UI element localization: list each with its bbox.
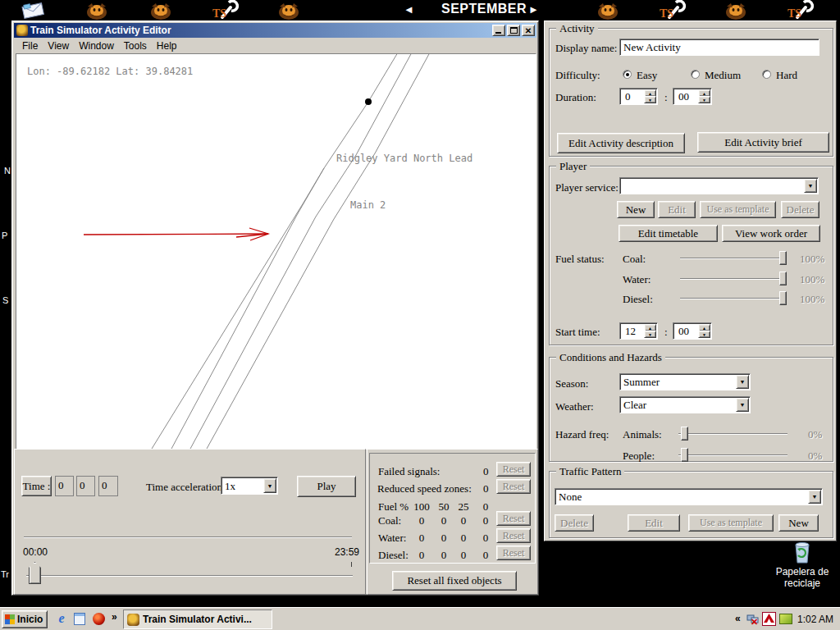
edit-activity-brief-button[interactable]: Edit Activity brief [697,132,829,153]
time-hours-box: 0 [55,476,74,496]
coal-v3: 0 [453,514,474,527]
coal-slider-track[interactable] [680,258,787,259]
title-bar[interactable]: Train Simulator Activity Editor ✕ [14,23,536,38]
reset-button[interactable]: Reset [496,511,531,526]
menu-file[interactable]: File [17,39,43,53]
chevron-down-icon[interactable]: ▼ [736,375,749,389]
animals-slider-track[interactable] [678,433,788,435]
animals-slider-thumb[interactable] [681,427,688,441]
radio-easy[interactable] [623,70,632,79]
water-v1: 0 [411,532,432,545]
season-select[interactable]: Summer ▼ [619,373,751,390]
diesel-slider-track[interactable] [680,298,787,299]
tray-collapse-chevron[interactable]: « [735,613,741,624]
diesel-slider-thumb[interactable] [779,291,787,305]
time-button[interactable]: Time : [21,476,52,496]
route-map-viewport[interactable]: Lon: -89.62182 Lat: 39.84281 Ridgley Yar… [16,53,536,450]
menu-tools[interactable]: Tools [119,39,152,53]
reset-all-fixed-objects-button[interactable]: Reset all fixed objects [392,571,517,591]
ts-wrench-icon[interactable]: TS [786,0,814,20]
traffic-delete-button[interactable]: Delete [555,514,594,532]
calendar-prev-icon[interactable]: ◄ [404,3,414,16]
radio-hard[interactable] [762,70,771,79]
people-slider-track[interactable] [678,454,788,456]
player-delete-button[interactable]: Delete [781,201,819,218]
coal-slider-label: Coal: [623,253,646,266]
traffic-pattern-select[interactable]: None ▼ [555,488,823,505]
play-button[interactable]: Play [297,476,356,497]
weather-select[interactable]: Clear ▼ [619,396,751,413]
radio-medium[interactable] [691,70,700,79]
reset-button[interactable]: Reset [496,528,531,543]
mail-icon[interactable] [74,613,85,625]
traffic-use-as-template-button[interactable]: Use as template [688,514,774,532]
spin-down-icon[interactable]: ▼ [644,96,656,103]
player-new-button[interactable]: New [617,201,655,218]
gremlin-icon[interactable] [275,1,303,21]
start-minutes-spinner[interactable]: 00 ▲ ▼ [673,322,712,340]
gremlin-icon[interactable] [722,1,750,21]
quicklaunch-overflow-chevron[interactable]: » [112,611,117,623]
ts-wrench-icon[interactable]: TS [211,0,239,20]
minimize-button[interactable] [492,25,505,36]
edit-timetable-button[interactable]: Edit timetable [619,225,718,242]
clock: 1:02 AM [797,614,833,625]
time-slider-track[interactable] [26,575,353,577]
svg-text:✕: ✕ [751,617,758,626]
time-acceleration-select[interactable]: 1x ▼ [221,477,278,495]
reset-button[interactable]: Reset [496,462,531,477]
animals-slider-label: Animals: [623,428,662,441]
antivirus-icon[interactable] [762,612,776,626]
start-time-separator: : [664,326,668,339]
chevron-down-icon[interactable]: ▼ [804,179,817,193]
display-settings-icon[interactable] [779,614,792,624]
menu-window[interactable]: Window [74,39,119,53]
player-edit-button[interactable]: Edit [658,201,696,218]
app-circle-icon[interactable] [93,613,105,625]
maximize-button[interactable] [507,25,520,36]
traffic-edit-button[interactable]: Edit [628,514,680,532]
task-button-train-simulator[interactable]: Train Simulator Activi... [123,609,272,629]
reset-button[interactable]: Reset [496,479,531,494]
view-work-order-button[interactable]: View work order [722,225,820,242]
chevron-down-icon[interactable]: ▼ [808,490,821,504]
display-name-input[interactable]: New Activity [619,39,819,56]
start-hours-spinner[interactable]: 12 ▲ ▼ [619,322,658,340]
time-acceleration-value: 1x [225,480,235,493]
duration-hours-spinner[interactable]: 0 ▲ ▼ [619,88,658,105]
coal-slider-thumb[interactable] [779,251,787,265]
ie-icon[interactable]: e [54,611,69,626]
gremlin-icon[interactable] [83,1,111,21]
ts-wrench-icon[interactable]: TS [658,0,686,20]
close-button[interactable]: ✕ [522,25,535,36]
reset-button[interactable]: Reset [496,546,531,560]
people-slider-thumb[interactable] [681,448,688,462]
chevron-down-icon[interactable]: ▼ [736,398,749,412]
water-row-label: Water: [378,532,406,545]
menu-help[interactable]: Help [152,39,182,53]
start-button[interactable]: Inicio [2,610,48,628]
traffic-new-button[interactable]: New [778,514,819,532]
menu-view[interactable]: View [43,39,74,53]
calendar-next-icon[interactable]: ► [528,3,539,16]
recycle-bin-icon[interactable] [789,540,815,564]
spin-down-icon[interactable]: ▼ [698,331,710,338]
gremlin-icon[interactable] [147,1,175,21]
spin-down-icon[interactable]: ▼ [698,96,710,103]
water-v2: 0 [433,532,454,545]
duration-minutes-spinner[interactable]: 00 ▲ ▼ [673,88,712,105]
water-slider-thumb[interactable] [779,272,787,285]
chevron-down-icon[interactable]: ▼ [263,478,276,493]
time-slider-thumb[interactable] [29,562,41,584]
envelope-icon[interactable] [19,0,47,20]
gremlin-icon[interactable] [594,1,622,21]
svg-text:TS: TS [212,7,226,20]
network-error-icon[interactable]: ✕ [746,613,760,626]
player-service-select[interactable]: ▼ [619,177,819,194]
water-slider-track[interactable] [680,278,787,280]
edit-activity-description-button[interactable]: Edit Activity description [557,133,685,153]
player-use-as-template-button[interactable]: Use as template [700,201,776,218]
spin-down-icon[interactable]: ▼ [644,331,656,338]
recycle-bin-label[interactable]: Papelera de reciclaje [767,566,838,589]
track-label: Ridgley Yard North Lead [336,153,472,164]
